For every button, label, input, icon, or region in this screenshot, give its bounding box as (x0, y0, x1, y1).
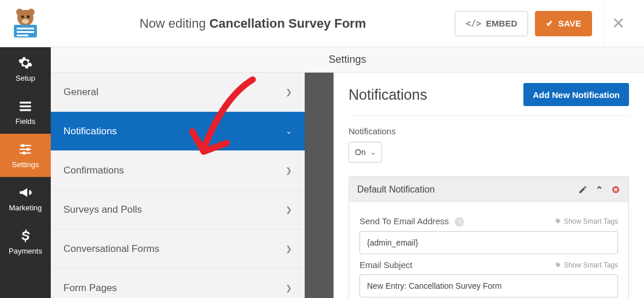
app-logo (0, 0, 51, 47)
rail-item-setup[interactable]: Setup (0, 47, 51, 90)
rail-label: Settings (12, 160, 39, 169)
svg-point-17 (27, 148, 29, 150)
subject-row: Email Subject Show Smart Tags (360, 260, 618, 270)
svg-rect-7 (17, 28, 34, 29)
show-smart-tags-link[interactable]: Show Smart Tags (555, 261, 618, 269)
chevron-right-icon: ❯ (286, 166, 292, 175)
settings-item-surveys[interactable]: Surveys and Polls ❯ (51, 190, 305, 229)
notification-card-body: Send To Email Address ? Show Smart Tags … (349, 202, 628, 298)
left-rail: Setup Fields Settings Marketing Payments (0, 47, 51, 298)
panel-header: Notifications Add New Notification (349, 83, 629, 116)
chevron-right-icon: ❯ (286, 88, 292, 96)
rail-item-settings[interactable]: Settings (0, 134, 51, 177)
notification-card-header: Default Notification ⌃ (349, 177, 628, 202)
send-to-row: Send To Email Address ? Show Smart Tags (360, 216, 618, 227)
rail-label: Fields (16, 117, 36, 126)
save-button[interactable]: ✔ SAVE (535, 11, 592, 36)
settings-item-general[interactable]: General ❯ (51, 73, 305, 112)
delete-icon[interactable] (611, 185, 620, 194)
notifications-toggle-select[interactable]: On ⌄ (349, 142, 382, 163)
svg-point-16 (21, 144, 24, 147)
settings-item-confirmations[interactable]: Confirmations ❯ (51, 151, 305, 190)
add-notification-button[interactable]: Add New Notification (523, 83, 629, 106)
notification-card-actions: ⌃ (578, 184, 620, 195)
rail-item-fields[interactable]: Fields (0, 90, 51, 134)
gear-icon (18, 55, 33, 70)
settings-list[interactable]: General ❯ Notifications ⌄ Confirmations … (51, 73, 305, 298)
tag-icon (555, 262, 561, 269)
rail-label: Marketing (9, 203, 42, 212)
settings-item-formpages[interactable]: Form Pages ❯ (51, 269, 305, 298)
svg-point-4 (27, 16, 30, 18)
embed-button[interactable]: </> EMBED (455, 11, 528, 36)
bullhorn-icon (18, 185, 33, 200)
chevron-right-icon: ❯ (286, 244, 292, 253)
main-area: Settings General ❯ Notifications ⌄ Confi… (51, 47, 644, 298)
svg-rect-10 (20, 101, 31, 103)
settings-item-label: Surveys and Polls (63, 204, 142, 216)
settings-item-notifications[interactable]: Notifications ⌄ (51, 112, 305, 151)
notification-card-title: Default Notification (357, 184, 435, 195)
svg-point-18 (23, 152, 25, 154)
subject-input[interactable] (360, 274, 618, 297)
chevron-down-icon: ⌄ (286, 127, 292, 135)
svg-rect-9 (17, 35, 28, 36)
settings-item-label: Conversational Forms (63, 243, 159, 255)
dollar-icon (18, 228, 33, 243)
embed-button-label: EMBED (486, 18, 517, 28)
tag-icon (555, 218, 561, 225)
app-header: Now editing Cancellation Survey Form </>… (0, 0, 644, 47)
chevron-right-icon: ❯ (286, 205, 292, 214)
list-icon (18, 99, 33, 114)
settings-item-label: Confirmations (63, 165, 124, 176)
send-to-label: Send To Email Address (360, 216, 449, 226)
close-icon: ✕ (612, 14, 625, 33)
notifications-panel: Notifications Add New Notification Notif… (334, 73, 644, 298)
subheader: Settings (51, 47, 644, 73)
settings-item-conversational[interactable]: Conversational Forms ❯ (51, 229, 305, 269)
notifications-toggle-label: Notifications (349, 126, 629, 136)
svg-point-5 (22, 19, 29, 24)
save-button-label: SAVE (558, 18, 581, 28)
code-icon: </> (466, 18, 481, 29)
header-title: Now editing Cancellation Survey Form (51, 16, 455, 31)
sliders-icon (18, 142, 33, 157)
columns: General ❯ Notifications ⌄ Confirmations … (51, 73, 644, 298)
svg-rect-12 (20, 109, 31, 111)
settings-item-label: Notifications (63, 126, 117, 137)
notification-card: Default Notification ⌃ Send To Email Add… (349, 176, 629, 298)
chevron-right-icon: ❯ (286, 284, 292, 292)
svg-point-2 (28, 9, 35, 16)
rail-label: Setup (16, 74, 35, 82)
form-name: Cancellation Survey Form (209, 16, 366, 31)
editing-prefix: Now editing (140, 16, 209, 31)
check-icon: ✔ (546, 18, 553, 29)
select-value: On (355, 148, 366, 157)
settings-item-label: Form Pages (63, 282, 117, 294)
rail-label: Payments (9, 247, 42, 255)
show-smart-tags-link[interactable]: Show Smart Tags (555, 217, 618, 225)
subheader-title: Settings (328, 54, 366, 66)
chevron-down-icon: ⌄ (370, 149, 376, 156)
rail-item-payments[interactable]: Payments (0, 220, 51, 263)
subject-label: Email Subject (360, 260, 413, 270)
panel-title: Notifications (349, 86, 427, 103)
close-button[interactable]: ✕ (604, 0, 632, 47)
svg-point-1 (16, 9, 23, 16)
settings-item-label: General (63, 86, 98, 98)
help-icon[interactable]: ? (455, 217, 464, 227)
svg-point-3 (21, 16, 24, 18)
pencil-icon[interactable] (578, 185, 587, 194)
rail-item-marketing[interactable]: Marketing (0, 177, 51, 220)
column-divider (305, 73, 334, 298)
svg-rect-8 (17, 31, 34, 33)
send-to-input[interactable] (360, 231, 618, 254)
svg-rect-11 (20, 105, 31, 107)
chevron-up-icon[interactable]: ⌃ (596, 184, 603, 195)
